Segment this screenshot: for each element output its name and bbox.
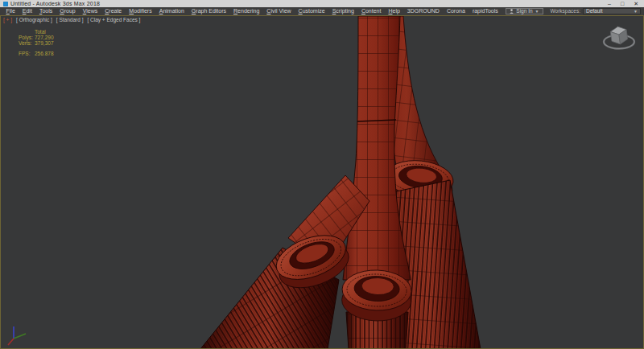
menu-edit[interactable]: Edit <box>19 7 35 15</box>
stats-header-label <box>19 29 35 35</box>
menu-customize[interactable]: Customize <box>295 7 328 15</box>
workspaces-value: Default <box>586 7 603 15</box>
menu-rapidtools[interactable]: rapidTools <box>469 7 502 15</box>
stats-verts-value: 379,307 <box>35 40 54 46</box>
window-title: Untitled - Autodesk 3ds Max 2018 <box>10 0 100 7</box>
minimize-button[interactable]: – <box>608 0 611 7</box>
viewcube[interactable] <box>601 20 638 54</box>
menu-rendering[interactable]: Rendering <box>230 7 263 15</box>
menu-scripting[interactable]: Scripting <box>328 7 357 15</box>
menu-help[interactable]: Help <box>385 7 403 15</box>
stats-header-value: Total <box>35 29 46 35</box>
menu-civil-view[interactable]: Civil View <box>263 7 295 15</box>
close-button[interactable]: ✕ <box>634 0 638 7</box>
stats-verts-label: Verts: <box>19 40 35 46</box>
stats-fps-value: 256.878 <box>35 51 54 56</box>
stats-polys: Polys:727,290 <box>19 35 54 40</box>
sign-in-label: Sign In <box>516 7 532 15</box>
stats-polys-value: 727,290 <box>35 35 54 40</box>
viewport-style-menu[interactable]: [ Standard ] <box>56 16 84 23</box>
menu-views[interactable]: Views <box>79 7 101 15</box>
menu-corona[interactable]: Corona <box>443 7 469 15</box>
maximize-button[interactable]: □ <box>621 0 624 7</box>
window-controls: – □ ✕ <box>608 0 641 7</box>
collar-center <box>341 269 412 322</box>
viewport-statistics: TotalPolys:727,290Verts:379,307FPS:256.8… <box>19 29 54 56</box>
viewport-general-menu[interactable]: [ + ] <box>3 16 12 23</box>
world-axis-gizmo <box>5 321 31 347</box>
model-branching-columns <box>200 16 481 348</box>
stats-fps-label: FPS: <box>19 51 35 56</box>
menu-graph-editors[interactable]: Graph Editors <box>188 7 229 15</box>
stats-header: Total <box>19 29 54 35</box>
workspaces-dropdown[interactable]: Default ▼ <box>583 8 641 14</box>
viewport-pov-menu[interactable]: [ Orthographic ] <box>16 16 52 23</box>
y-axis <box>14 334 26 339</box>
menu-3dground[interactable]: 3DGROUND <box>403 7 443 15</box>
menu-tools[interactable]: Tools <box>35 7 56 15</box>
stats-polys-label: Polys: <box>19 35 35 40</box>
menu-animation[interactable]: Animation <box>155 7 188 15</box>
chevron-down-icon: ▼ <box>634 7 638 15</box>
viewcube-cube <box>610 26 629 46</box>
menu-create[interactable]: Create <box>101 7 126 15</box>
menu-file[interactable]: File <box>2 7 19 15</box>
menu-items: FileEditToolsGroupViewsCreateModifiersAn… <box>2 7 502 15</box>
menu-modifiers[interactable]: Modifiers <box>126 7 155 15</box>
viewport: [ + ] [ Orthographic ] [ Standard ] [ Cl… <box>0 15 644 349</box>
chevron-down-icon: ▼ <box>535 7 539 15</box>
viewport-shading-menu[interactable]: [ Clay + Edged Faces ] <box>87 16 140 23</box>
menu-group[interactable]: Group <box>56 7 79 15</box>
workspaces-label: Workspaces: <box>551 7 580 15</box>
menu-bar: FileEditToolsGroupViewsCreateModifiersAn… <box>0 7 644 15</box>
stats-fps: FPS:256.878 <box>19 51 54 56</box>
title-bar: Untitled - Autodesk 3ds Max 2018 – □ ✕ <box>0 0 644 7</box>
sign-in-button[interactable]: Sign In ▼ <box>506 8 543 14</box>
x-axis <box>8 339 14 345</box>
viewport-label-row: [ + ] [ Orthographic ] [ Standard ] [ Cl… <box>3 16 140 23</box>
user-icon <box>510 9 514 14</box>
app-icon <box>3 2 8 6</box>
stats-verts: Verts:379,307 <box>19 40 54 46</box>
menu-content[interactable]: Content <box>357 7 385 15</box>
viewport-canvas[interactable] <box>1 16 643 348</box>
